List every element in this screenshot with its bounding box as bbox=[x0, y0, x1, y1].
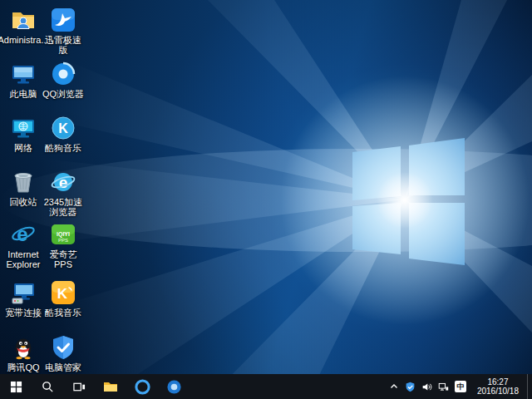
svg-text:K: K bbox=[58, 121, 68, 135]
search-icon bbox=[42, 381, 54, 393]
icon-label: 宽带连接 bbox=[5, 308, 42, 318]
svg-text:iQIYI: iQIYI bbox=[57, 231, 70, 238]
desktop-icon-this-pc[interactable]: 此电脑 bbox=[2, 61, 45, 99]
svg-text:PPS: PPS bbox=[58, 238, 68, 243]
pinned-file-explorer[interactable] bbox=[95, 374, 126, 399]
desktop-icon-pc-manager[interactable]: 电脑管家 bbox=[42, 334, 85, 372]
windows-start-icon bbox=[10, 381, 22, 393]
svg-text:e: e bbox=[17, 223, 27, 245]
kugou-music-icon: K bbox=[50, 115, 76, 141]
tencent-qq-icon bbox=[10, 334, 37, 361]
network-icon bbox=[438, 382, 449, 392]
desktop-icon-user-files[interactable]: Administra... bbox=[2, 7, 45, 45]
iqiyi-pps-icon: iQIYI PPS bbox=[50, 221, 76, 248]
start-button[interactable] bbox=[0, 374, 32, 399]
icon-label: 2345加速浏览器 bbox=[42, 197, 85, 217]
2345-browser-icon bbox=[166, 379, 182, 395]
user-files-icon bbox=[10, 7, 37, 33]
system-tray: 中 16:27 2016/10/18 bbox=[386, 374, 527, 399]
desktop-icon-2345-browser[interactable]: e 2345加速浏览器 bbox=[42, 169, 85, 217]
xunlei-speed-icon bbox=[50, 7, 76, 33]
2345-browser-icon: e bbox=[50, 169, 76, 195]
pinned-2345-browser[interactable] bbox=[158, 374, 190, 399]
taskbar: 中 16:27 2016/10/18 bbox=[0, 374, 532, 399]
network-icon bbox=[10, 115, 37, 141]
icon-label: 爱奇艺PPS bbox=[42, 249, 85, 269]
desktop-icon-recycle-bin[interactable]: 回收站 bbox=[2, 169, 45, 207]
recycle-bin-icon bbox=[10, 169, 37, 195]
icon-label: Internet Explorer bbox=[2, 249, 45, 269]
svg-text:K: K bbox=[57, 286, 68, 302]
desktop: Administra... 此电脑 网络 回收站 bbox=[0, 0, 532, 399]
icon-label: 回收站 bbox=[10, 197, 37, 207]
task-view-icon bbox=[73, 381, 86, 393]
show-desktop-button[interactable] bbox=[527, 374, 532, 399]
icon-label: 此电脑 bbox=[10, 89, 37, 99]
pc-manager-icon bbox=[50, 334, 76, 361]
desktop-icon-broadband-connection[interactable]: 宽带连接 bbox=[2, 279, 45, 318]
desktop-icon-qq-browser[interactable]: QQ浏览器 bbox=[42, 61, 85, 99]
desktop-icon-kuwo-music[interactable]: K 酷我音乐 bbox=[42, 279, 85, 318]
this-pc-icon bbox=[10, 61, 37, 87]
ime-indicator[interactable]: 中 bbox=[455, 381, 466, 392]
task-view-button[interactable] bbox=[63, 374, 95, 399]
tray-pc-manager[interactable] bbox=[405, 382, 416, 392]
icon-label: 酷狗音乐 bbox=[45, 143, 81, 153]
icon-label: 迅雷极速版 bbox=[42, 35, 85, 55]
pinned-qq-browser[interactable] bbox=[126, 374, 158, 399]
kuwo-music-icon: K bbox=[50, 279, 76, 306]
icon-label: QQ浏览器 bbox=[42, 89, 84, 99]
broadband-connection-icon bbox=[10, 279, 37, 306]
taskbar-clock[interactable]: 16:27 2016/10/18 bbox=[472, 377, 524, 396]
shield-icon bbox=[405, 382, 416, 392]
volume-icon bbox=[421, 382, 432, 392]
file-explorer-icon bbox=[103, 380, 118, 393]
desktop-icon-network[interactable]: 网络 bbox=[2, 115, 45, 153]
chevron-up-icon bbox=[389, 382, 399, 392]
desktop-icon-internet-explorer[interactable]: e Internet Explorer bbox=[2, 221, 45, 269]
desktop-icon-xunlei-speed[interactable]: 迅雷极速版 bbox=[42, 7, 85, 55]
desktop-icon-tencent-qq[interactable]: 腾讯QQ bbox=[2, 334, 45, 372]
icon-label: 腾讯QQ bbox=[7, 362, 39, 372]
qq-browser-icon bbox=[135, 379, 150, 395]
hidden-icons-chevron[interactable] bbox=[389, 382, 399, 392]
clock-date: 2016/10/18 bbox=[477, 387, 519, 396]
tray-volume[interactable] bbox=[421, 382, 432, 392]
search-button[interactable] bbox=[32, 374, 63, 399]
taskbar-empty-area bbox=[190, 374, 386, 399]
tray-network[interactable] bbox=[438, 382, 449, 392]
internet-explorer-icon: e bbox=[10, 221, 37, 248]
desktop-icon-kugou-music[interactable]: K 酷狗音乐 bbox=[42, 115, 85, 153]
icon-label: 网络 bbox=[14, 143, 32, 153]
clock-time: 16:27 bbox=[477, 377, 519, 387]
icon-label: 酷我音乐 bbox=[45, 308, 81, 318]
desktop-icon-iqiyi-pps[interactable]: iQIYI PPS 爱奇艺PPS bbox=[42, 221, 85, 269]
icon-label: 电脑管家 bbox=[45, 362, 81, 372]
qq-browser-icon bbox=[50, 61, 76, 87]
